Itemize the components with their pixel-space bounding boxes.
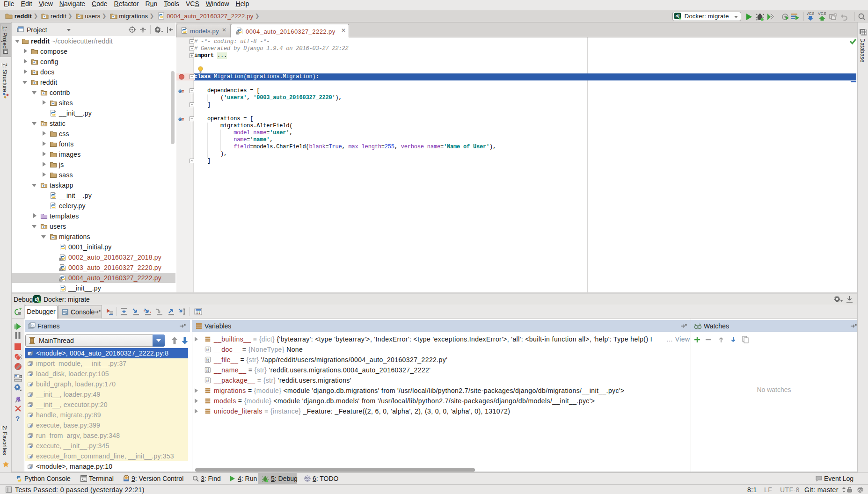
svg-text:VCS: VCS — [807, 11, 814, 16]
svg-text:VCS: VCS — [818, 11, 826, 16]
svg-text:dj: dj — [35, 297, 39, 302]
svg-text:dj: dj — [676, 14, 680, 18]
